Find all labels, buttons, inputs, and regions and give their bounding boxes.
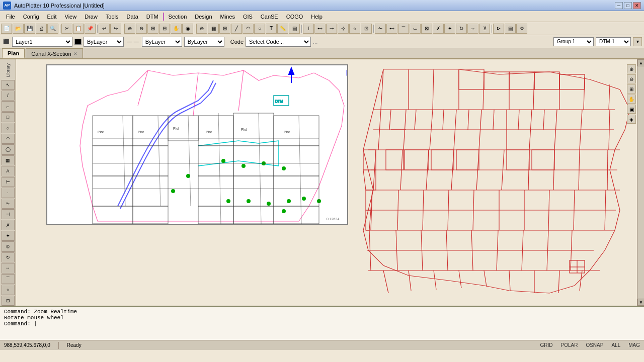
tool-circle[interactable]: ○ [2,123,15,133]
circle-button[interactable]: ○ [254,24,265,34]
print-button[interactable]: 🖨 [36,24,47,34]
open-button[interactable]: 📂 [13,24,24,34]
block-button[interactable]: ⊷ [314,24,326,34]
tool-offset[interactable]: ⊡ [2,296,15,306]
tool-ellipse[interactable]: ◯ [2,144,15,154]
zoom-window-button[interactable]: ⊟ [159,24,170,34]
tool-pline[interactable]: ⌐ [2,101,15,111]
zoom-in-button[interactable]: ⊕ [124,24,135,34]
linetype-selector[interactable]: ByLayer [142,37,182,47]
menu-item-section[interactable]: Section [165,13,191,21]
zoom-extents-button[interactable]: ⊞ [147,24,158,34]
tool-mirror[interactable]: ⟐ [2,285,15,295]
redo-button[interactable]: ↪ [110,24,121,34]
zoom-button[interactable]: 🔍 [47,24,58,34]
new-button[interactable]: 📄 [1,24,12,34]
extend-button[interactable]: ⊷ [386,24,397,34]
group-selector[interactable]: Group 1 [553,37,594,46]
layers-button[interactable]: ▤ [505,24,516,34]
canvas-area[interactable]: Plot Plot Plot Plot Plot Plot 0.12634 [16,59,644,306]
erase-button[interactable]: ✗ [433,24,444,34]
cut-button[interactable]: ✂ [61,24,72,34]
mag-button-status[interactable]: MAG [628,342,640,348]
offset-button[interactable]: ⊡ [361,24,372,34]
menu-item-file[interactable]: File [2,13,19,21]
command-line[interactable]: Command: Zoom Realtime Rotate mouse whee… [0,306,644,340]
osnap-button-status[interactable]: OSNAP [586,342,603,348]
scroll-down-button[interactable]: ▼ [637,299,644,306]
chamfer-button[interactable]: ⌙ [410,24,421,34]
extra-button[interactable]: ▾ [633,37,642,46]
zoom-prev-button[interactable]: ◉ [182,24,193,34]
tool-arc[interactable]: ◠ [2,134,15,144]
zoom-fit-right[interactable]: ⊞ [627,84,636,94]
polar-button-status[interactable]: POLAR [561,342,578,348]
library-label[interactable]: Library [5,61,12,79]
tool-move[interactable]: ✦ [2,231,15,241]
tool-line[interactable]: / [2,90,15,101]
map-viewport[interactable]: Plot Plot Plot Plot Plot Plot 0.12634 [46,64,348,225]
tool-hatch[interactable]: ▦ [2,155,15,165]
properties-button[interactable]: ⊳ [493,24,504,34]
menu-item-view[interactable]: View [61,13,81,21]
tool-rotate[interactable]: ↻ [2,252,15,262]
settings-button[interactable]: ⚙ [516,24,527,34]
menu-item-dtm[interactable]: DTM [142,13,163,21]
layer-selector[interactable]: Layer1 [12,37,72,47]
tool-erase[interactable]: ✗ [2,220,15,230]
menu-item-data[interactable]: Data [123,13,142,21]
tab-canal-close[interactable]: ✕ [73,51,77,56]
tool-point[interactable]: · [2,188,15,198]
line-button[interactable]: ╱ [231,24,242,34]
tool-extend[interactable]: ⊣ [2,209,15,219]
zoom-out-button[interactable]: ⊖ [136,24,147,34]
menu-item-cogo[interactable]: COGO [282,13,307,21]
zoom-extra-right[interactable]: ◈ [627,115,636,124]
scroll-up-button[interactable]: ▲ [637,59,644,66]
color-selector[interactable]: ByLayer [84,37,124,47]
grid-button[interactable]: ▦ [208,24,219,34]
copy-button[interactable]: 📋 [73,24,84,34]
menu-item-mines[interactable]: Mines [216,13,239,21]
menu-item-config[interactable]: Config [19,13,43,21]
tool-rectangle[interactable]: □ [2,112,15,122]
pan-right[interactable]: ✋ [627,95,636,104]
arc-button[interactable]: ◠ [243,24,254,34]
scroll-track[interactable] [637,66,644,299]
close-button[interactable]: ✕ [633,2,641,9]
array-button[interactable]: ⊹ [338,24,349,34]
menu-item-gis[interactable]: GIS [239,13,257,21]
ortho-button[interactable]: ⊞ [219,24,230,34]
mirror-button[interactable]: ⟐ [349,24,360,34]
fillet-button[interactable]: ⌒ [398,24,409,34]
grid-button-status[interactable]: GRID [540,342,553,348]
stretch-button[interactable]: ⊻ [479,24,490,34]
insert-button[interactable]: ⊸ [326,24,337,34]
tab-canal-xsection[interactable]: Canal X-Section ✕ [26,48,83,58]
tool-text[interactable]: A [2,166,15,176]
pan-button[interactable]: ✋ [171,24,182,34]
rotate-button[interactable]: ↻ [456,24,467,34]
menu-item-help[interactable]: Help [307,13,327,21]
explode-button[interactable]: ⊠ [421,24,432,34]
zoom-select-right[interactable]: ▣ [627,105,636,114]
all-button-status[interactable]: ALL [611,342,620,348]
menu-item-draw[interactable]: Draw [80,13,102,21]
attr-button[interactable]: ⊺ [303,24,314,34]
snap-button[interactable]: ⊛ [196,24,207,34]
menu-item-canse[interactable]: CanSE [257,13,282,21]
vertical-scrollbar[interactable]: ▲ ▼ [637,59,644,306]
maximize-button[interactable]: □ [624,2,632,9]
code-selector[interactable]: Select Code... [246,37,311,47]
scale-button[interactable]: ↔ [467,24,478,34]
tab-plan[interactable]: Plan [2,48,25,58]
save-button[interactable]: 💾 [24,24,35,34]
menu-item-tools[interactable]: Tools [102,13,123,21]
dtm-selector[interactable]: DTM-1 [596,37,631,46]
tool-select[interactable]: ↖ [2,80,15,90]
hatch-button[interactable]: ▤ [289,24,300,34]
paste-button[interactable]: 📌 [85,24,96,34]
menu-item-edit[interactable]: Edit [43,13,61,21]
menu-item-design[interactable]: Design [191,13,216,21]
tool-copy[interactable]: © [2,241,15,251]
